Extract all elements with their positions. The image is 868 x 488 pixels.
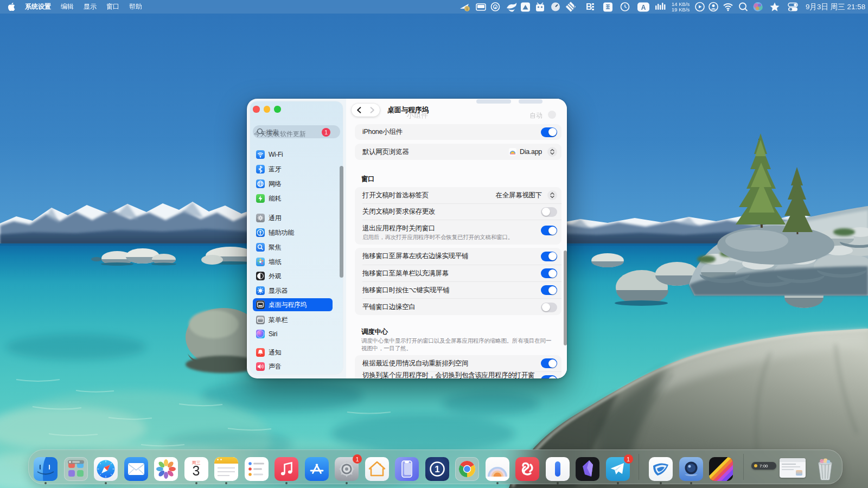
svg-text:19 KB/s: 19 KB/s [672, 7, 690, 12]
svg-text:9月3日 周三 21:58: 9月3日 周三 21:58 [806, 3, 865, 11]
svg-text:A: A [641, 4, 646, 11]
svg-text:1: 1 [435, 464, 439, 474]
svg-text:1: 1 [466, 7, 468, 11]
svg-text:B: B [586, 2, 592, 11]
